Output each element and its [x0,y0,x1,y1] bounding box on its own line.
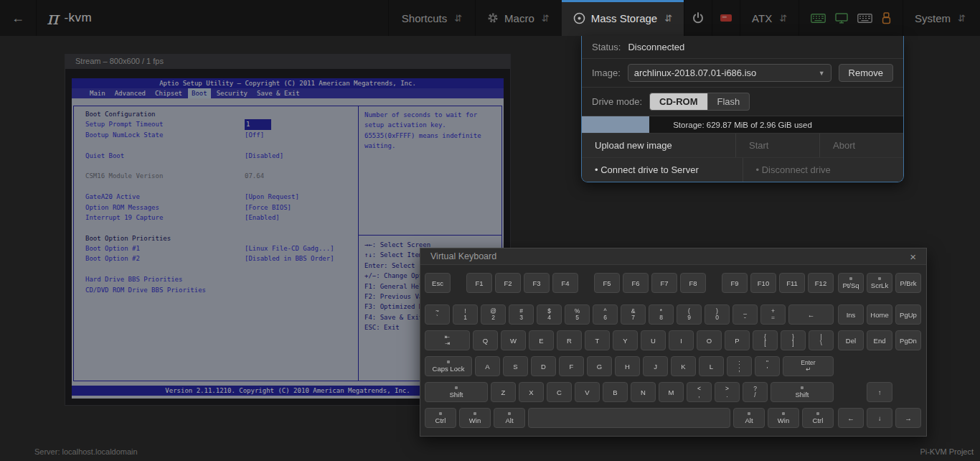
key-del[interactable]: Del [838,330,864,350]
key-f12[interactable]: F12 [808,273,834,293]
key-g[interactable]: G [587,356,612,376]
key-arrow-down[interactable]: ↓ [867,408,892,428]
key-backquote[interactable]: ~` [425,304,450,325]
key-3[interactable]: #3 [509,304,534,325]
key-space[interactable] [528,408,730,428]
key-1[interactable]: !1 [453,304,478,325]
key-v[interactable]: V [575,382,600,402]
key-d[interactable]: D [531,356,556,376]
key-f7[interactable]: F7 [651,273,677,293]
key-n[interactable]: N [631,382,656,402]
key-c[interactable]: C [547,382,572,402]
key-9[interactable]: (9 [677,304,702,325]
disconnect-drive-button[interactable]: • Disconnect drive [743,158,904,182]
key-h[interactable]: H [615,356,640,376]
image-select[interactable]: archlinux-2018.07.01-i686.iso ▼ [628,64,831,82]
key-f6[interactable]: F6 [623,273,649,293]
key-f[interactable]: F [559,356,584,376]
key-quote[interactable]: "' [755,356,780,376]
key-ctrl-right[interactable]: Ctrl [802,408,834,428]
key-ctrl-left[interactable]: Ctrl [425,408,456,428]
key-f10[interactable]: F10 [750,273,776,293]
key-q[interactable]: Q [473,330,498,350]
key-caps-lock[interactable]: Caps Lock [425,356,472,376]
key-0[interactable]: )0 [705,304,730,325]
connect-drive-button[interactable]: • Connect drive to Server [582,158,743,182]
virtual-keyboard-titlebar[interactable]: Virtual Keyboard × [420,248,926,265]
key-8[interactable]: *8 [649,304,674,325]
key-a[interactable]: A [475,356,500,376]
key-u[interactable]: U [641,330,666,350]
key-scroll-lock[interactable]: ScrLk [867,273,892,293]
key-pgup[interactable]: PgUp [895,304,921,325]
key-f4[interactable]: F4 [552,273,578,293]
key-4[interactable]: $4 [537,304,562,325]
key-r[interactable]: R [557,330,582,350]
key-comma[interactable]: <, [687,382,712,402]
key-f11[interactable]: F11 [779,273,805,293]
key-p[interactable]: P [725,330,750,350]
key-ins[interactable]: Ins [838,304,864,325]
key-5[interactable]: %5 [565,304,590,325]
key-f9[interactable]: F9 [722,273,748,293]
key-k[interactable]: K [671,356,696,376]
key-i[interactable]: I [669,330,694,350]
key-end[interactable]: End [867,330,892,350]
key-tab[interactable]: ⇤⇥ [425,330,470,350]
key-enter[interactable]: Enter↵ [783,356,834,376]
drive-mode-flash-button[interactable]: Flash [708,93,750,111]
key-2[interactable]: @2 [481,304,506,325]
key-t[interactable]: T [585,330,610,350]
close-icon[interactable]: × [907,251,919,263]
key-pgdn[interactable]: PgDn [895,330,921,350]
key-w[interactable]: W [501,330,526,350]
key-alt-right[interactable]: Alt [733,408,765,428]
key-o[interactable]: O [697,330,722,350]
key-b[interactable]: B [603,382,628,402]
key-f2[interactable]: F2 [495,273,521,293]
key-label: ScrLk [871,281,888,289]
key-f8[interactable]: F8 [680,273,706,293]
key-equal[interactable]: += [760,304,786,325]
key-shift-right[interactable]: Shift [771,382,834,402]
key-semicolon[interactable]: :; [727,356,752,376]
key-j[interactable]: J [643,356,668,376]
key-home[interactable]: Home [867,304,892,325]
key-period[interactable]: >. [715,382,740,402]
key-minus[interactable]: _- [732,304,758,325]
key-esc[interactable]: Esc [425,273,451,293]
key-f3[interactable]: F3 [524,273,550,293]
upload-image-button[interactable]: Upload new image [582,134,735,157]
key-7[interactable]: &7 [621,304,646,325]
key-l[interactable]: L [699,356,724,376]
abort-upload-button[interactable]: Abort [819,134,903,157]
key-s[interactable]: S [503,356,528,376]
key-6[interactable]: ^6 [593,304,618,325]
key-backslash[interactable]: |\ [809,330,834,350]
key-pause-break[interactable]: P/Brk [895,273,921,293]
key-f5[interactable]: F5 [594,273,620,293]
key-arrow-right[interactable]: → [895,408,921,428]
key-backspace[interactable]: ← [788,304,834,325]
key-z[interactable]: Z [491,382,516,402]
key-state-indicator [447,360,450,363]
key-win-right[interactable]: Win [768,408,799,428]
key-slash[interactable]: ?/ [743,382,768,402]
key-bracket-left[interactable]: {[ [753,330,778,350]
key-bracket-right[interactable]: }] [781,330,806,350]
key-arrow-up[interactable]: ↑ [867,382,892,402]
drive-mode-cdrom-button[interactable]: CD-ROM [649,93,707,111]
remove-image-button[interactable]: Remove [839,64,893,82]
key-shift-left[interactable]: Shift [425,382,488,402]
key-arrow-left[interactable]: ← [838,408,864,428]
key-alt-left[interactable]: Alt [494,408,525,428]
key-y[interactable]: Y [613,330,638,350]
key-win-left[interactable]: Win [459,408,491,428]
key-x[interactable]: X [519,382,544,402]
key-f1[interactable]: F1 [466,273,492,293]
key-print-screen[interactable]: Pt/Sq [838,273,864,293]
key-e[interactable]: E [529,330,554,350]
key-m[interactable]: M [659,382,684,402]
start-upload-button[interactable]: Start [735,134,819,157]
nav-item-mass-storage[interactable]: Mass Storage ⇵ [561,0,684,36]
